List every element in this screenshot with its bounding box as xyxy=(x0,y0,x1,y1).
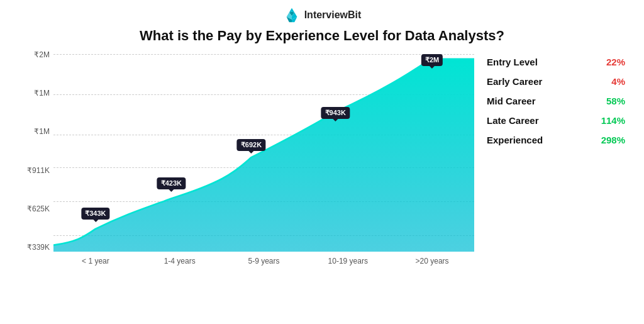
legend-value-mid: 58% xyxy=(606,96,625,106)
data-label-2m: ₹2M xyxy=(421,54,443,66)
data-label-692k: ₹692K xyxy=(237,139,265,151)
legend-value-experienced: 298% xyxy=(601,135,625,145)
y-axis: ₹2M ₹1M ₹1M ₹911K ₹625K ₹339K xyxy=(19,50,53,252)
chart-inner: ₹343K ₹423K ₹692K ₹943K ₹2M xyxy=(53,50,474,252)
legend-value-early: 4% xyxy=(611,76,625,87)
content-area: ₹2M ₹1M ₹1M ₹911K ₹625K ₹339K xyxy=(0,50,644,271)
legend-label-experienced: Experienced xyxy=(487,135,543,145)
interviewbit-logo-icon xyxy=(283,6,301,24)
legend-item-entry: Entry Level 22% xyxy=(487,57,625,67)
legend-label-entry: Entry Level xyxy=(487,57,538,67)
x-label-10to19: 10-19 years xyxy=(306,257,390,265)
page-title: What is the Pay by Experience Level for … xyxy=(140,28,504,44)
legend-value-late: 114% xyxy=(601,115,625,126)
y-label-625k: ₹625K xyxy=(27,204,50,213)
data-label-343k: ₹343K xyxy=(81,208,109,220)
x-label-5to9: 5-9 years xyxy=(222,257,306,265)
x-label-gt20: >20 years xyxy=(390,257,474,265)
data-label-423k: ₹423K xyxy=(157,177,186,189)
logo-text: InterviewBit xyxy=(304,9,362,21)
y-label-1m-top: ₹1M xyxy=(34,89,50,98)
legend-item-late: Late Career 114% xyxy=(487,115,625,126)
x-label-1to4: 1-4 years xyxy=(138,257,222,265)
legend-label-mid: Mid Career xyxy=(487,96,536,106)
y-label-911k: ₹911K xyxy=(27,166,50,175)
legend-item-early: Early Career 4% xyxy=(487,76,625,87)
legend-label-early: Early Career xyxy=(487,76,542,87)
chart-area: ₹2M ₹1M ₹1M ₹911K ₹625K ₹339K xyxy=(19,50,474,271)
x-axis: < 1 year 1-4 years 5-9 years 10-19 years… xyxy=(53,252,474,271)
header: InterviewBit xyxy=(283,0,362,25)
legend-label-late: Late Career xyxy=(487,115,539,126)
y-label-339k: ₹339K xyxy=(27,243,50,252)
chart-svg xyxy=(53,50,474,252)
y-label-1m-bot: ₹1M xyxy=(34,127,50,136)
legend-value-entry: 22% xyxy=(606,57,625,67)
data-label-943k: ₹943K xyxy=(321,107,350,119)
legend: Entry Level 22% Early Career 4% Mid Care… xyxy=(487,50,625,154)
y-label-2m: ₹2M xyxy=(34,50,50,59)
legend-item-experienced: Experienced 298% xyxy=(487,135,625,145)
legend-item-mid: Mid Career 58% xyxy=(487,96,625,106)
x-label-lt1: < 1 year xyxy=(53,257,138,265)
